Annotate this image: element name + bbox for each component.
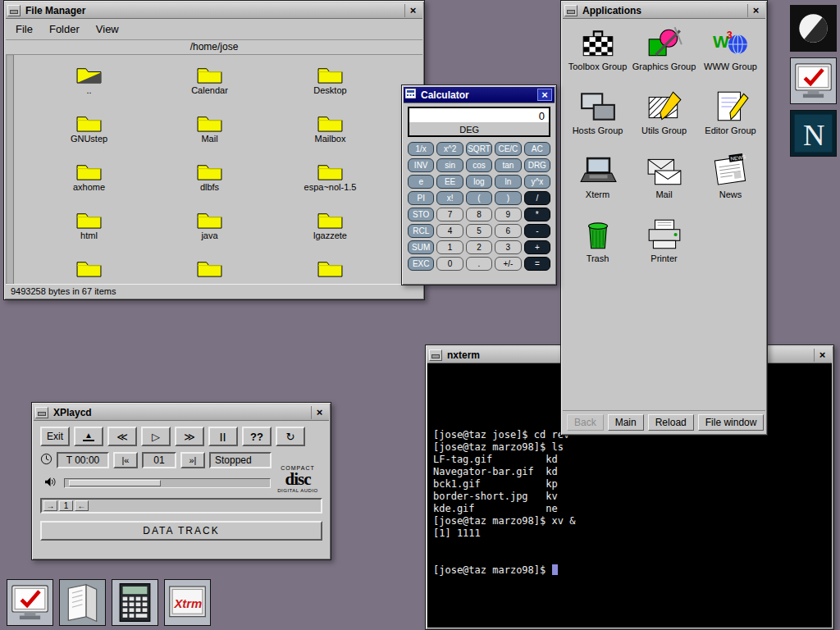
calc-key[interactable]: cos (466, 158, 492, 172)
menu-view[interactable]: View (96, 23, 119, 35)
display-settings-dock-button[interactable] (7, 579, 53, 626)
calc-key[interactable]: = (524, 257, 550, 271)
calc-key[interactable]: 1 (436, 240, 463, 254)
calc-key[interactable]: 2 (466, 240, 492, 254)
xterm-dock-button[interactable]: Xtrm (164, 579, 211, 626)
xplaycd-titlebar[interactable]: XPlaycd × (34, 404, 329, 421)
calc-key[interactable]: sin (436, 158, 463, 172)
application-item[interactable]: Toolbox Group (564, 25, 631, 71)
folder-item[interactable]: espa~nol-1.5 (285, 160, 376, 201)
application-item[interactable]: NEWS News (697, 153, 764, 199)
calc-key[interactable]: AC (524, 142, 550, 156)
calc-key[interactable]: 4 (436, 224, 463, 238)
folder-item[interactable]: Calendar (165, 63, 255, 104)
toolbar-button[interactable]: File window (698, 414, 765, 431)
calc-key[interactable]: ) (495, 191, 521, 205)
repeat-button[interactable]: ↻ (276, 427, 305, 446)
calc-key[interactable]: tan (495, 158, 521, 172)
calc-key[interactable]: 5 (466, 224, 492, 238)
calc-key[interactable]: y^x (524, 175, 550, 189)
menu-file[interactable]: File (16, 23, 33, 35)
toolbar-button[interactable]: Main (608, 414, 644, 431)
calc-key[interactable]: x^2 (436, 142, 463, 156)
volume-slider-thumb[interactable] (69, 480, 161, 486)
folder-item[interactable]: html (44, 208, 135, 249)
strip-track-number[interactable]: 1 (59, 500, 73, 511)
folder-item[interactable]: Mailbox (285, 112, 376, 153)
application-item[interactable]: Hosts Group (564, 89, 631, 135)
toolbar-button[interactable]: Back (567, 414, 604, 431)
folder-item[interactable]: Mail (165, 112, 255, 153)
window-menu-button[interactable] (7, 5, 21, 16)
close-icon[interactable]: × (404, 4, 421, 17)
next-track-button[interactable]: »| (180, 452, 205, 468)
calc-key[interactable]: 6 (495, 224, 521, 238)
calc-key[interactable]: / (524, 191, 550, 205)
calc-key[interactable]: - (524, 224, 550, 238)
strip-right-arrow[interactable]: ← (75, 500, 89, 511)
calc-key[interactable]: 9 (495, 208, 521, 221)
application-item[interactable]: Printer (631, 217, 697, 263)
applications-titlebar[interactable]: Applications × (563, 2, 765, 19)
application-item[interactable]: Utils Group (631, 89, 697, 135)
application-item[interactable]: W3 WWW Group (697, 25, 764, 71)
calc-key[interactable]: ( (466, 191, 492, 205)
calc-key[interactable]: 8 (466, 208, 492, 221)
menu-folder[interactable]: Folder (49, 23, 80, 35)
fast-forward-button[interactable]: ≫ (175, 427, 204, 446)
calc-key[interactable]: * (524, 208, 550, 221)
track-strip[interactable]: → 1 ← (40, 498, 322, 514)
eject-button[interactable]: ▲ (74, 427, 103, 446)
exit-button[interactable]: Exit (40, 427, 70, 446)
display-settings-dock-button[interactable] (790, 57, 837, 104)
volume-slider[interactable] (64, 478, 271, 488)
vertical-scrollbar[interactable] (6, 55, 14, 284)
calc-key[interactable]: 0 (436, 257, 463, 271)
folder-item[interactable]: java (165, 208, 255, 249)
calc-key[interactable]: log (466, 175, 492, 189)
calc-key[interactable]: STO (408, 208, 434, 221)
folder-item[interactable] (165, 257, 255, 284)
application-item[interactable]: Editor Group (697, 89, 764, 135)
calculator-dock-button[interactable] (112, 579, 158, 626)
folder-item[interactable]: Desktop (285, 63, 376, 104)
calc-key[interactable]: RCL (408, 224, 434, 238)
folder-item[interactable] (44, 257, 135, 284)
calc-key[interactable]: PI (408, 191, 434, 205)
calc-key[interactable]: + (524, 240, 550, 254)
calc-key[interactable]: 7 (436, 208, 463, 221)
calc-key[interactable]: 3 (495, 240, 521, 254)
calc-key[interactable]: +/- (495, 257, 521, 271)
windowmaker-dock-button[interactable] (790, 5, 837, 52)
folder-item[interactable]: lgazzete (285, 208, 376, 249)
previous-track-button[interactable]: |« (113, 452, 138, 468)
calc-key[interactable]: CE/C (495, 142, 521, 156)
play-button[interactable]: ▷ (141, 427, 171, 446)
rewind-button[interactable]: ≪ (107, 427, 137, 446)
close-icon[interactable]: × (537, 89, 552, 101)
calc-key[interactable]: ln (495, 175, 521, 189)
application-item[interactable]: Mail (631, 153, 697, 199)
netscape-dock-button[interactable]: N (790, 110, 837, 157)
shuffle-button[interactable]: ?? (242, 427, 272, 446)
calc-key[interactable]: 1/x (408, 142, 434, 156)
file-manager-titlebar[interactable]: File Manager × (6, 2, 422, 19)
application-item[interactable]: Trash (564, 217, 631, 263)
strip-left-arrow[interactable]: → (43, 500, 57, 511)
window-menu-button[interactable] (35, 407, 48, 418)
folder-item[interactable]: axhome (44, 160, 135, 201)
close-icon[interactable]: × (311, 406, 327, 419)
application-item[interactable]: Graphics Group (631, 25, 697, 71)
calc-key[interactable]: SQRT (466, 142, 492, 156)
calc-key[interactable]: e (408, 175, 434, 189)
calc-key[interactable]: x! (436, 191, 463, 205)
folder-item[interactable]: GNUstep (44, 112, 135, 153)
window-menu-button[interactable] (564, 5, 578, 16)
calculator-titlebar[interactable]: Calculator × (404, 87, 555, 103)
calc-key[interactable]: DRG (524, 158, 550, 172)
calc-key[interactable]: . (466, 257, 492, 271)
window-menu-button[interactable] (429, 349, 442, 361)
folder-item[interactable]: dlbfs (165, 160, 255, 201)
folder-item[interactable] (285, 257, 376, 284)
folder-item[interactable]: .. (44, 63, 135, 104)
